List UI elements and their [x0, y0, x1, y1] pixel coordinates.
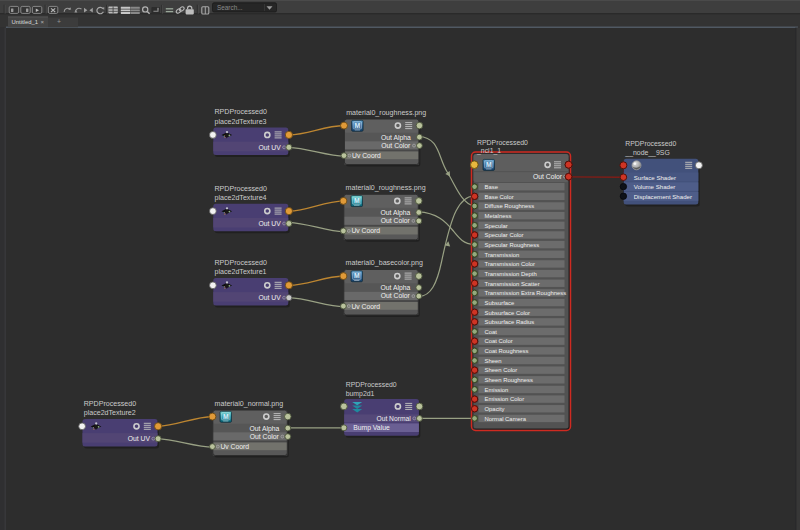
- svg-text:Specular Color: Specular Color: [485, 232, 524, 238]
- svg-text:1: 1: [93, 427, 95, 431]
- svg-text:Base Color: Base Color: [485, 194, 514, 200]
- svg-text:place2dTexture4: place2dTexture4: [215, 194, 267, 202]
- svg-text:Displacement Shader: Displacement Shader: [634, 193, 692, 200]
- svg-text:Coat Color: Coat Color: [485, 338, 513, 344]
- svg-text:bump2d1: bump2d1: [346, 390, 375, 398]
- svg-text:place2dTexture2: place2dTexture2: [84, 409, 136, 417]
- svg-text:1: 1: [223, 286, 225, 290]
- svg-text:Volume Shader: Volume Shader: [634, 183, 676, 190]
- svg-text:Base: Base: [485, 184, 499, 190]
- svg-text:Coat Roughness: Coat Roughness: [485, 348, 529, 354]
- svg-text:Uv Coord: Uv Coord: [351, 303, 380, 310]
- svg-text:RPDProcessed0: RPDProcessed0: [477, 139, 528, 146]
- svg-text:Out Color: Out Color: [381, 292, 411, 299]
- svg-text:material0_roughness.png: material0_roughness.png: [346, 109, 426, 117]
- svg-text:Transmission Scatter: Transmission Scatter: [485, 281, 540, 287]
- svg-text:M: M: [354, 272, 360, 279]
- svg-text:Specular Roughness: Specular Roughness: [485, 242, 540, 248]
- svg-text:material0_roughness.png: material0_roughness.png: [346, 184, 426, 192]
- svg-text:Normal Camera: Normal Camera: [485, 416, 527, 422]
- svg-text:place2dTexture1: place2dTexture1: [215, 268, 267, 276]
- svg-text:M: M: [354, 197, 360, 204]
- svg-text:Out UV: Out UV: [259, 220, 282, 227]
- svg-text:Uv Coord: Uv Coord: [352, 152, 381, 159]
- svg-text:RPDProcessed0: RPDProcessed0: [215, 259, 267, 267]
- svg-text:1: 1: [223, 135, 225, 139]
- svg-text:place2dTexture3: place2dTexture3: [215, 118, 267, 126]
- svg-text:Untitled_1: Untitled_1: [12, 19, 39, 25]
- svg-text:Sheen Roughness: Sheen Roughness: [485, 377, 534, 383]
- svg-text:RPDProcessed0: RPDProcessed0: [346, 381, 397, 388]
- svg-text:Sheen: Sheen: [485, 358, 502, 364]
- svg-text:RPDProcessed0: RPDProcessed0: [625, 140, 676, 147]
- svg-text:Transmission Color: Transmission Color: [485, 261, 536, 267]
- svg-text:Out UV: Out UV: [259, 294, 282, 301]
- svg-text:+: +: [57, 18, 61, 25]
- svg-text:Out Color: Out Color: [533, 173, 563, 180]
- svg-text:Emission: Emission: [485, 387, 509, 393]
- svg-text:Transmission Extra Roughness: Transmission Extra Roughness: [485, 290, 567, 296]
- svg-text:Out Color: Out Color: [250, 433, 280, 440]
- svg-text:Bump Value: Bump Value: [353, 424, 390, 432]
- svg-text:RPDProcessed0: RPDProcessed0: [84, 400, 136, 408]
- svg-text:Out UV: Out UV: [259, 144, 282, 151]
- svg-text:Out Alpha: Out Alpha: [380, 209, 410, 217]
- svg-text:Coat: Coat: [485, 329, 498, 335]
- svg-text:Subsurface Radius: Subsurface Radius: [485, 319, 535, 325]
- svg-text:Out UV: Out UV: [128, 435, 151, 442]
- svg-text:Metalness: Metalness: [485, 213, 512, 219]
- svg-text:Transmission: Transmission: [485, 252, 520, 258]
- svg-text:Out Color: Out Color: [381, 217, 411, 224]
- svg-text:Out Alpha: Out Alpha: [381, 134, 411, 142]
- svg-text:Sheen Color: Sheen Color: [485, 367, 518, 373]
- svg-text:×: ×: [41, 19, 45, 25]
- svg-text:RPDProcessed0: RPDProcessed0: [215, 185, 267, 193]
- svg-text:_ncl1_1: _ncl1_1: [476, 147, 501, 155]
- svg-text:1: 1: [223, 212, 225, 216]
- svg-text:Opacity: Opacity: [485, 406, 505, 412]
- svg-text:Search...: Search...: [217, 4, 243, 11]
- svg-text:Out Alpha: Out Alpha: [249, 425, 279, 433]
- svg-text:__node__9SG: __node__9SG: [624, 149, 669, 157]
- svg-text:Emission Color: Emission Color: [485, 396, 525, 402]
- svg-text:Uv Coord: Uv Coord: [351, 227, 380, 234]
- svg-text:Diffuse Roughness: Diffuse Roughness: [485, 203, 535, 209]
- svg-text:material0_basecolor.png: material0_basecolor.png: [346, 259, 423, 267]
- svg-text:Uv Coord: Uv Coord: [220, 443, 249, 450]
- svg-text:Transmission Depth: Transmission Depth: [485, 271, 537, 277]
- svg-text:M: M: [355, 122, 361, 129]
- svg-text:Subsurface Color: Subsurface Color: [485, 310, 531, 316]
- svg-text:M: M: [486, 161, 492, 168]
- svg-text:Out Normal: Out Normal: [376, 415, 411, 422]
- svg-text:Subsurface: Subsurface: [485, 300, 516, 306]
- svg-text:Out Alpha: Out Alpha: [380, 284, 410, 292]
- svg-text:Specular: Specular: [485, 223, 508, 229]
- svg-text:Surface Shader: Surface Shader: [634, 174, 676, 181]
- svg-text:material0_normal.png: material0_normal.png: [215, 400, 284, 408]
- svg-text:RPDProcessed0: RPDProcessed0: [215, 108, 267, 116]
- svg-text:M: M: [223, 413, 229, 420]
- svg-text:Out Color: Out Color: [381, 142, 411, 149]
